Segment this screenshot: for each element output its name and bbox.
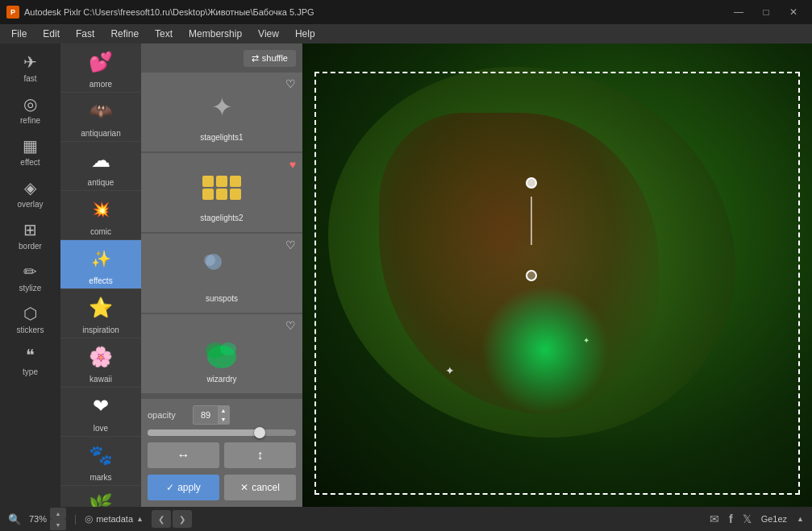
category-nature[interactable]: 🌿 nature — [60, 486, 141, 507]
opacity-label: opacity — [148, 410, 188, 420]
search-icon: 🔍 — [8, 513, 21, 525]
kawaii-icon: 🌸 — [85, 342, 117, 372]
heart-stagelights2-icon[interactable]: ♥ — [289, 158, 296, 171]
opacity-down-arrow[interactable]: ▼ — [218, 415, 229, 424]
inspiration-icon: ⭐ — [85, 292, 117, 323]
type-label: type — [23, 367, 38, 376]
flip-vertical-icon: ↕ — [257, 448, 264, 463]
effect-stagelights2[interactable]: ♥ stagelights2 — [141, 153, 302, 234]
nav-next-button[interactable]: ❯ — [173, 510, 192, 528]
heart-wizardry-icon[interactable]: ♡ — [285, 319, 296, 332]
shuffle-button[interactable]: ⇄ shuffle — [244, 50, 296, 67]
separator1: | — [74, 513, 77, 525]
stickers-label: stickers — [17, 326, 44, 334]
tool-overlay[interactable]: ◈ overlay — [2, 172, 59, 214]
category-comic[interactable]: 💥 comic — [60, 191, 141, 240]
tool-stickers[interactable]: ⬡ stickers — [2, 298, 59, 340]
menu-edit[interactable]: Edit — [35, 24, 68, 44]
apply-label: apply — [177, 482, 201, 493]
opacity-input-wrap: ▲ ▼ — [193, 405, 230, 425]
category-effects[interactable]: ✨ effects — [60, 240, 141, 289]
maximize-button[interactable]: □ — [754, 4, 778, 20]
antiquarian-label: antiquarian — [81, 129, 120, 138]
metadata-toggle[interactable]: ◎ metadata ▲ — [85, 513, 144, 525]
category-amore[interactable]: 💕 amore — [60, 44, 141, 93]
marks-icon: 🐾 — [85, 440, 117, 471]
tool-refine[interactable]: ◎ refine — [2, 89, 59, 131]
opacity-input[interactable] — [194, 406, 218, 424]
tool-stylize[interactable]: ✏ stylize — [2, 256, 59, 298]
control-point-center[interactable] — [526, 270, 537, 281]
tool-effect[interactable]: ▦ effect — [2, 131, 59, 172]
username: Ge1ez — [761, 514, 787, 524]
category-inspiration[interactable]: ⭐ inspiration — [60, 289, 141, 338]
heart-sunspots-icon[interactable]: ♡ — [285, 239, 296, 251]
effect-stagelights1[interactable]: ♡ ✦ stagelights1 — [141, 73, 302, 153]
zoom-down-button[interactable]: ▼ — [50, 519, 66, 530]
opacity-slider-wrap[interactable] — [148, 429, 296, 436]
close-button[interactable]: ✕ — [781, 4, 806, 20]
menu-help[interactable]: Help — [287, 24, 323, 44]
opacity-slider[interactable] — [148, 429, 296, 436]
checkmark-icon: ✓ — [166, 482, 174, 493]
menu-refine[interactable]: Refine — [102, 24, 147, 44]
tools-sidebar: ✈ fast ◎ refine ▦ effect ◈ overlay ⊞ bor… — [0, 44, 60, 507]
category-marks[interactable]: 🐾 marks — [60, 437, 141, 486]
stagelights2-label: stagelights2 — [200, 214, 243, 222]
opacity-slider-thumb[interactable] — [254, 427, 265, 438]
heart-stagelights1-icon[interactable]: ♡ — [285, 77, 296, 90]
cancel-button[interactable]: ✕ cancel — [224, 475, 296, 500]
twitter-icon[interactable]: 𝕏 — [743, 512, 752, 525]
email-icon[interactable]: ✉ — [710, 512, 719, 525]
opacity-up-arrow[interactable]: ▲ — [218, 406, 229, 415]
user-menu-chevron[interactable]: ▲ — [797, 515, 804, 523]
category-kawaii[interactable]: 🌸 kawaii — [60, 338, 141, 388]
control-point-top[interactable] — [526, 177, 537, 189]
action-row: ✓ apply ✕ cancel — [148, 475, 296, 500]
opacity-slider-track — [148, 429, 259, 436]
facebook-icon[interactable]: f — [729, 512, 733, 525]
category-antiquarian[interactable]: 🦇 antiquarian — [60, 93, 141, 142]
stagelights1-label: stagelights1 — [200, 133, 243, 142]
amore-icon: 💕 — [85, 47, 117, 77]
flip-horizontal-icon: ↔ — [177, 448, 190, 463]
type-icon: ❝ — [26, 346, 35, 365]
nav-prev-button[interactable]: ❮ — [152, 510, 171, 528]
shuffle-icon: ⇄ — [252, 53, 259, 64]
category-antique[interactable]: ☁ antique — [60, 142, 141, 191]
svg-point-1 — [204, 255, 215, 266]
effect-sunspots[interactable]: ♡ sunspots — [141, 234, 302, 314]
apply-button[interactable]: ✓ apply — [148, 475, 219, 500]
flip-horizontal-button[interactable]: ↔ — [148, 442, 219, 468]
zoom-value: 73% — [29, 514, 47, 524]
effects-panel: ⇄ shuffle ♡ ✦ stagelights1 ♥ — [141, 44, 302, 507]
antiquarian-icon: 🦇 — [85, 96, 117, 127]
sunspots-thumb — [194, 244, 250, 292]
metadata-label: metadata — [96, 514, 133, 524]
effects-label: effects — [89, 276, 112, 285]
menu-text[interactable]: Text — [147, 24, 181, 44]
effect-wizardry[interactable]: ♡ wizardry — [141, 314, 302, 395]
tool-type[interactable]: ❝ type — [2, 340, 59, 382]
menu-file[interactable]: File — [3, 24, 35, 44]
menu-membership[interactable]: Membership — [181, 24, 250, 44]
zoom-control: 73% ▲ ▼ — [29, 508, 66, 530]
menu-view[interactable]: View — [250, 24, 287, 44]
tool-border[interactable]: ⊞ border — [2, 214, 59, 256]
wizardry-effect-layer — [481, 285, 610, 414]
minimize-button[interactable]: — — [727, 4, 751, 20]
zoom-up-button[interactable]: ▲ — [50, 508, 66, 519]
category-love[interactable]: ❤ love — [60, 388, 141, 437]
flip-vertical-button[interactable]: ↕ — [224, 442, 296, 468]
main-container: ✈ fast ◎ refine ▦ effect ◈ overlay ⊞ bor… — [0, 44, 812, 507]
canvas-area[interactable]: ✦ ✦ — [302, 44, 812, 507]
tool-fast[interactable]: ✈ fast — [2, 47, 59, 89]
transform-row: ↔ ↕ — [148, 442, 296, 468]
menu-fast[interactable]: Fast — [68, 24, 102, 44]
effects-icon: ✨ — [85, 243, 117, 274]
refine-label: refine — [20, 116, 40, 125]
statusbar: 🔍 73% ▲ ▼ | ◎ metadata ▲ ❮ ❯ ✉ f 𝕏 Ge1ez… — [0, 507, 812, 531]
comic-label: comic — [90, 227, 111, 236]
x-icon: ✕ — [240, 482, 248, 493]
fast-icon: ✈ — [23, 52, 37, 72]
